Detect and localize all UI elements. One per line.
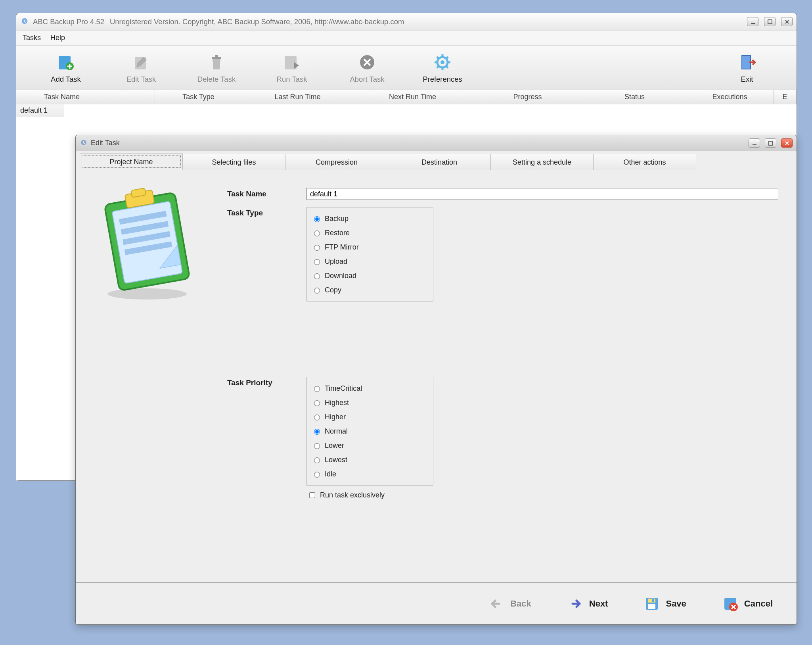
svg-rect-25 — [648, 599, 655, 603]
table-row[interactable]: default 1 — [16, 104, 64, 117]
radio-label: Backup — [325, 215, 349, 223]
radio-highest[interactable] — [314, 400, 320, 406]
dialog-maximize-button[interactable] — [765, 138, 776, 148]
radio-idle[interactable] — [314, 472, 320, 478]
preferences-icon — [432, 52, 453, 73]
tab-selecting-files[interactable]: Selecting files — [182, 154, 285, 170]
priority-highest[interactable]: Highest — [312, 395, 427, 410]
task-type-copy[interactable]: Copy — [312, 283, 427, 297]
radio-label: Upload — [325, 257, 347, 266]
main-maximize-button[interactable] — [764, 17, 776, 26]
task-type-backup[interactable]: Backup — [312, 211, 427, 226]
task-name-input[interactable] — [306, 188, 778, 200]
delete-task-icon — [206, 52, 227, 73]
priority-lower[interactable]: Lower — [312, 438, 427, 453]
run-exclusively-row[interactable]: Run task exclusively — [308, 491, 433, 499]
cancel-icon — [722, 595, 739, 612]
menu-tasks[interactable]: Tasks — [23, 34, 41, 42]
run-task-button[interactable]: Run Task — [254, 52, 329, 84]
next-button[interactable]: Next — [567, 595, 608, 612]
radio-label: Normal — [325, 427, 348, 436]
dialog-tabstrip: Project Name Selecting files Compression… — [76, 151, 797, 170]
toolbar-label: Exit — [741, 75, 753, 84]
radio-label: Higher — [325, 413, 346, 421]
radio-upload[interactable] — [314, 259, 320, 265]
main-minimize-button[interactable] — [747, 17, 758, 26]
radio-ftp-mirror[interactable] — [314, 245, 320, 251]
priority-normal[interactable]: Normal — [312, 424, 427, 438]
radio-label: Highest — [325, 399, 349, 407]
radio-label: Idle — [325, 470, 336, 478]
dialog-title-text: Edit Task — [91, 139, 120, 147]
priority-timecritical[interactable]: TimeCritical — [312, 381, 427, 395]
menu-help[interactable]: Help — [50, 34, 65, 42]
radio-lower[interactable] — [314, 443, 320, 449]
panel-priority: Task Priority TimeCritical Highest — [218, 368, 787, 515]
priority-higher[interactable]: Higher — [312, 410, 427, 424]
back-button[interactable]: Back — [488, 595, 531, 612]
save-button[interactable]: Save — [643, 595, 686, 612]
svg-point-10 — [440, 60, 444, 64]
run-exclusively-label: Run task exclusively — [320, 491, 385, 499]
app-title: ABC Backup Pro 4.52 — [33, 17, 104, 26]
run-exclusively-checkbox[interactable] — [309, 492, 315, 498]
col-overflow[interactable]: E — [774, 90, 797, 104]
toolbar-label: Run Task — [277, 75, 307, 84]
toolbar-label: Add Task — [51, 75, 81, 84]
svg-rect-26 — [648, 604, 655, 609]
add-task-button[interactable]: Add Task — [28, 52, 103, 84]
main-close-button[interactable] — [781, 17, 793, 26]
abort-task-button[interactable]: Abort Task — [329, 52, 405, 84]
task-type-restore[interactable]: Restore — [312, 226, 427, 240]
radio-backup[interactable] — [314, 216, 320, 222]
dialog-titlebar: Edit Task — [76, 135, 797, 151]
dialog-close-button[interactable] — [781, 138, 793, 148]
col-progress[interactable]: Progress — [472, 90, 583, 104]
dialog-icon — [80, 139, 88, 147]
exit-button[interactable]: Exit — [709, 52, 785, 84]
priority-lowest[interactable]: Lowest — [312, 453, 427, 467]
columns-header: Task Name Task Type Last Run Time Next R… — [16, 90, 797, 104]
svg-rect-16 — [112, 202, 182, 284]
col-last-run[interactable]: Last Run Time — [242, 90, 353, 104]
radio-copy[interactable] — [314, 288, 320, 294]
add-task-icon — [56, 52, 76, 73]
tab-destination[interactable]: Destination — [388, 154, 491, 170]
dialog-body: Task Name Task Type Backup Restore — [76, 170, 797, 582]
col-task-type[interactable]: Task Type — [155, 90, 242, 104]
col-executions[interactable]: Executions — [686, 90, 774, 104]
radio-timecritical[interactable] — [314, 386, 320, 392]
radio-label: Lowest — [325, 456, 347, 464]
svg-rect-12 — [742, 56, 750, 69]
task-type-upload[interactable]: Upload — [312, 254, 427, 269]
radio-download[interactable] — [314, 273, 320, 279]
cancel-button[interactable]: Cancel — [722, 595, 773, 612]
radio-normal[interactable] — [314, 429, 320, 435]
edit-task-button[interactable]: Edit Task — [103, 52, 179, 84]
svg-rect-0 — [751, 23, 755, 24]
tab-schedule[interactable]: Setting a schedule — [490, 154, 594, 170]
task-type-ftp-mirror[interactable]: FTP Mirror — [312, 240, 427, 254]
menubar: Tasks Help — [16, 31, 797, 46]
task-type-download[interactable]: Download — [312, 269, 427, 283]
preferences-button[interactable]: Preferences — [405, 52, 480, 84]
tab-compression[interactable]: Compression — [285, 154, 388, 170]
task-type-group: Backup Restore FTP Mirror Upload — [306, 207, 433, 301]
radio-restore[interactable] — [314, 230, 320, 236]
radio-higher[interactable] — [314, 415, 320, 420]
delete-task-button[interactable]: Delete Task — [179, 52, 254, 84]
main-titlebar: ABC Backup Pro 4.52 Unregistered Version… — [16, 13, 797, 31]
col-task-name[interactable]: Task Name — [16, 90, 155, 104]
tab-other-actions[interactable]: Other actions — [593, 154, 696, 170]
toolbar-label: Preferences — [423, 75, 462, 84]
col-status[interactable]: Status — [583, 90, 686, 104]
edit-task-icon — [131, 52, 151, 73]
clipboard-illustration — [76, 170, 218, 582]
tab-project-name[interactable]: Project Name — [80, 154, 183, 170]
panel-name-type: Task Name Task Type Backup Restore — [218, 179, 787, 317]
priority-idle[interactable]: Idle — [312, 467, 427, 481]
radio-label: TimeCritical — [325, 384, 362, 393]
radio-lowest[interactable] — [314, 457, 320, 463]
col-next-run[interactable]: Next Run Time — [353, 90, 472, 104]
dialog-minimize-button[interactable] — [749, 138, 760, 148]
